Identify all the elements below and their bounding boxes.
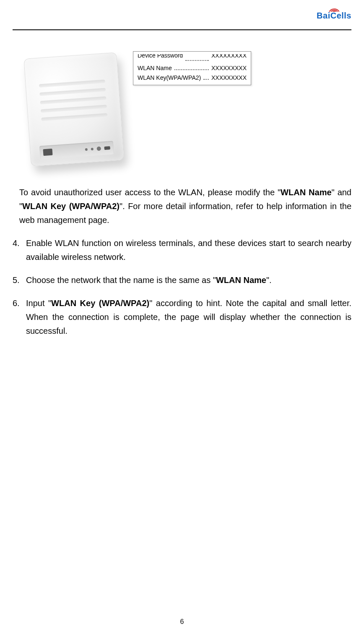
device-figure: Device Password XXXXXXXXX WLAN Name XXXX… [17,43,351,169]
label-dots [185,60,209,61]
step-6: 6. Input "WLAN Key (WPA/WPA2)" according… [13,296,351,338]
label-name: Device Password [138,51,183,60]
label-dots [174,69,209,70]
content: To avoid unauthorized user access to the… [13,186,351,338]
device-label-callout: Device Password XXXXXXXXX WLAN Name XXXX… [133,51,251,85]
label-row: WLAN Key(WPA/WPA2) XXXXXXXXX [138,73,247,82]
header: BaiCells [13,4,351,29]
bold-wlan-name: WLAN Name [216,275,266,285]
label-value: XXXXXXXXX [211,73,247,82]
text: ". [266,275,272,285]
step-number: 5. [13,273,26,287]
brand-logo: BaiCells [317,4,351,21]
led-icon [91,148,94,150]
page: BaiCells [0,0,364,634]
text: Input " [26,299,51,308]
step-body: Enable WLAN function on wireless termina… [26,236,351,264]
led-icon [85,148,88,151]
step-body: Input "WLAN Key (WPA/WPA2)" according to… [26,296,351,338]
step-body: Choose the network that the name is the … [26,273,351,287]
usb-port-icon [104,146,110,150]
step-5: 5. Choose the network that the name is t… [13,273,351,287]
paragraph-avoid: To avoid unauthorized user access to the… [19,186,351,227]
device-groove [39,88,106,96]
device-groove [41,105,107,113]
bold-wlan-name: WLAN Name [281,188,331,197]
lan-port-icon [43,149,53,156]
header-divider [13,29,351,30]
label-row: Device Password XXXXXXXXX [138,54,247,63]
device-image [23,52,123,166]
text: To avoid unauthorized user access to the… [19,188,281,197]
label-value: XXXXXXXXX [211,51,247,60]
device-groove [40,96,107,104]
step-number: 4. [13,236,26,250]
logo-text: BaiCells [317,11,351,20]
bold-wlan-key: WLAN Key (WPA/WPA2) [51,299,149,308]
device-body [23,52,124,166]
bold-wlan-key: WLAN Key (WPA/WPA2) [22,202,120,211]
signal-icon [328,4,339,12]
reset-button-icon [96,147,101,151]
step-4: 4. Enable WLAN function on wireless term… [13,236,351,264]
logo-text-bai: Bai [317,11,330,20]
page-number: 6 [0,618,364,626]
label-value: XXXXXXXXX [211,63,247,73]
text: Enable WLAN function on wireless termina… [26,238,351,262]
logo-text-cells: Cells [330,11,351,20]
step-number: 6. [13,296,26,310]
device-groove [41,113,108,121]
label-name: WLAN Name [138,63,172,73]
device-groove [39,80,105,88]
text: Choose the network that the name is the … [26,275,216,285]
device-port-row [39,141,114,160]
label-dots [203,79,209,80]
label-row: WLAN Name XXXXXXXXX [138,63,247,73]
label-name: WLAN Key(WPA/WPA2) [138,73,201,82]
